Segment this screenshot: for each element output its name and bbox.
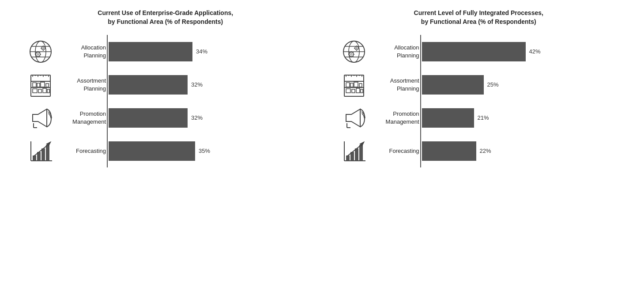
globe-icon-0	[341, 38, 367, 65]
label-row-2: PromotionManagement	[18, 101, 106, 134]
shelves-icon-1	[341, 72, 367, 98]
svg-rect-32	[37, 83, 40, 87]
bar-fill-1	[109, 75, 188, 95]
bar-row-2: 21%	[419, 101, 627, 134]
bar-fill-3	[422, 141, 476, 161]
svg-rect-47	[46, 145, 49, 161]
svg-rect-87	[356, 88, 360, 93]
svg-rect-86	[352, 89, 355, 93]
svg-rect-33	[41, 82, 45, 87]
chart-right-title: Current Level of Fully Integrated Proces…	[414, 9, 543, 26]
svg-rect-34	[46, 83, 49, 87]
svg-line-14	[36, 56, 36, 56]
bar-fill-3	[109, 141, 195, 161]
svg-rect-88	[361, 89, 363, 93]
svg-rect-46	[41, 148, 45, 161]
svg-rect-82	[350, 83, 353, 87]
svg-point-16	[43, 47, 44, 49]
bar-row-1: 32%	[106, 68, 313, 101]
pct-label-1: 32%	[191, 81, 203, 88]
charts-wrapper: Current Use of Enterprise-Grade Applicat…	[18, 9, 626, 167]
label-row-1: AssortmentPlanning	[331, 68, 419, 101]
megaphone-icon-2	[341, 105, 367, 131]
svg-point-15	[41, 46, 45, 50]
svg-rect-44	[33, 155, 36, 161]
svg-rect-38	[47, 89, 49, 93]
bar-row-0: 34%	[106, 35, 313, 68]
label-row-1: AssortmentPlanning	[18, 68, 106, 101]
shelves-icon-1	[27, 72, 54, 98]
svg-line-12	[40, 56, 40, 56]
svg-rect-84	[359, 83, 362, 87]
label-row-3: Forecasting	[18, 134, 106, 167]
svg-rect-37	[43, 88, 46, 93]
pct-label-3: 35%	[199, 148, 210, 154]
pct-label-1: 25%	[487, 81, 499, 88]
pct-label-0: 34%	[196, 48, 207, 55]
svg-rect-94	[346, 155, 350, 161]
svg-marker-89	[346, 109, 360, 127]
bar-fill-2	[422, 108, 474, 128]
bar-row-0: 42%	[419, 35, 627, 68]
chart-icon-3	[27, 138, 54, 164]
row-label-1: AssortmentPlanning	[57, 77, 106, 92]
chart-icon-3	[341, 138, 367, 164]
row-label-3: Forecasting	[371, 147, 419, 155]
pct-label-0: 42%	[529, 48, 541, 55]
label-row-0: Allocation Planning	[18, 35, 106, 68]
row-label-1: AssortmentPlanning	[371, 77, 419, 92]
svg-point-6	[37, 53, 39, 55]
row-label-2: PromotionManagement	[371, 110, 419, 125]
svg-point-65	[355, 46, 358, 50]
chart-right: Current Level of Fully Integrated Proces…	[331, 9, 627, 167]
pct-label-2: 21%	[478, 114, 489, 121]
svg-line-64	[349, 56, 350, 56]
svg-point-66	[356, 47, 357, 49]
svg-rect-96	[355, 148, 358, 161]
row-label-0: Allocation Planning	[371, 44, 419, 59]
svg-rect-31	[33, 83, 36, 87]
svg-line-13	[40, 52, 40, 53]
bar-row-3: 22%	[419, 134, 627, 167]
label-row-0: Allocation Planning	[331, 35, 419, 68]
chart-left-title: Current Use of Enterprise-Grade Applicat…	[98, 9, 233, 26]
pct-label-3: 22%	[480, 148, 491, 154]
bar-row-2: 32%	[106, 101, 313, 134]
bar-fill-2	[109, 108, 188, 128]
svg-rect-36	[38, 89, 41, 93]
chart-left-axis	[107, 35, 108, 167]
svg-point-56	[350, 53, 352, 55]
svg-line-11	[36, 52, 36, 53]
bar-row-1: 25%	[419, 68, 627, 101]
svg-rect-85	[346, 89, 350, 93]
svg-rect-97	[359, 145, 363, 161]
row-label-3: Forecasting	[57, 147, 106, 155]
svg-marker-39	[33, 109, 47, 127]
svg-line-61	[349, 52, 350, 53]
row-label-2: PromotionManagement	[57, 110, 106, 125]
svg-line-63	[353, 52, 353, 53]
bar-fill-0	[422, 42, 526, 61]
bar-fill-1	[422, 75, 484, 95]
label-row-2: PromotionManagement	[331, 101, 419, 134]
chart-left: Current Use of Enterprise-Grade Applicat…	[18, 9, 313, 167]
chart-right-axis	[420, 35, 421, 167]
row-label-0: Allocation Planning	[57, 44, 106, 59]
pct-label-2: 32%	[191, 114, 203, 121]
label-row-3: Forecasting	[331, 134, 419, 167]
svg-rect-83	[354, 82, 358, 87]
bar-row-3: 35%	[106, 134, 313, 167]
megaphone-icon-2	[27, 105, 54, 131]
svg-rect-35	[33, 89, 37, 93]
globe-icon-0	[27, 38, 54, 65]
svg-line-62	[353, 56, 353, 56]
svg-rect-81	[346, 83, 350, 87]
bar-fill-0	[109, 42, 192, 61]
